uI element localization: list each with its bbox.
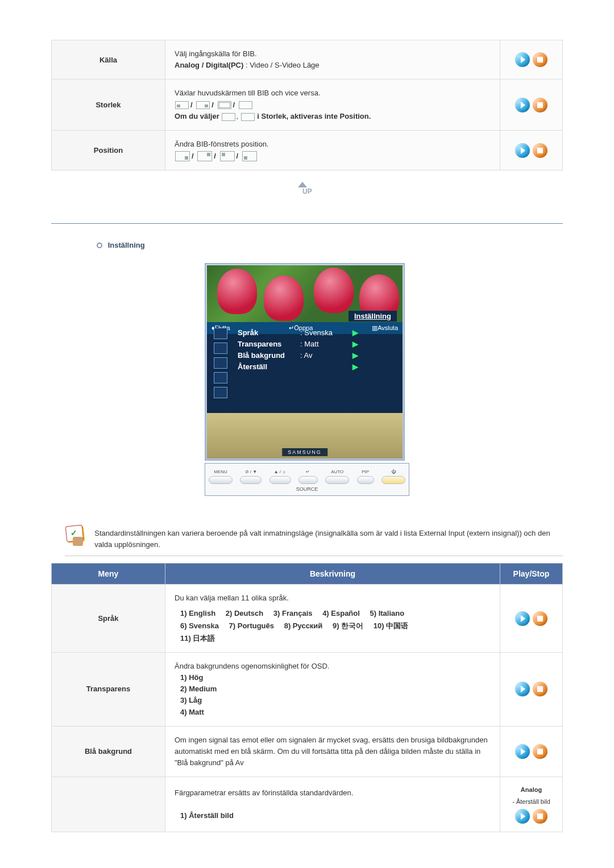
lang-item: 9) 한국어	[333, 620, 363, 632]
osd-row-value: : Av	[300, 351, 352, 360]
lang-list: 1) English 2) Deutsch 3) Français 4) Esp…	[180, 608, 491, 619]
stop-icon[interactable]	[533, 98, 547, 112]
label: ▲ / ☼	[274, 469, 287, 474]
stop-icon[interactable]	[533, 744, 547, 759]
chevron-right-icon: ▶	[352, 328, 358, 337]
play-icon[interactable]	[515, 98, 530, 112]
pip-button-label: PIP	[362, 469, 369, 474]
play-icon[interactable]	[515, 143, 530, 158]
pip-position-desc: Ändra BIB-fönstrets position. / / /	[165, 131, 500, 170]
osd-menu: Inställning Språk: Svenska▶ Transparens:…	[207, 322, 403, 413]
size-option-icon	[222, 113, 235, 121]
table-header-row: Meny Beskrivning Play/Stop	[52, 564, 563, 585]
play-icon[interactable]	[515, 611, 530, 626]
analog-label: Analog	[509, 785, 553, 795]
play-icon[interactable]	[515, 682, 530, 696]
lang-item: 1) English	[180, 608, 215, 619]
table-row: Språk Du kan välja mellan 11 olika språk…	[52, 585, 563, 653]
text-bold: Om du väljer	[175, 112, 221, 120]
osd-row-value: : Matt	[300, 340, 352, 348]
row-bla-desc: Om ingen signal tas emot eller om signal…	[165, 726, 500, 777]
size-option-icon	[218, 101, 231, 109]
position-option-icon	[197, 151, 212, 161]
osd-bezel: SAMSUNG	[207, 413, 403, 458]
stop-icon[interactable]	[533, 682, 547, 696]
lang-item: 6) Svenska	[180, 620, 219, 632]
position-option-icon	[220, 151, 235, 161]
text-bold: Analog / Digital(PC)	[175, 61, 246, 69]
play-stop-cell	[500, 585, 563, 653]
pip-button: PIP	[357, 469, 374, 484]
osd-row: Återställ▶	[238, 361, 397, 372]
play-icon[interactable]	[515, 744, 530, 759]
pip-source-desc: Välj ingångskälla för BIB. Analog / Digi…	[165, 40, 500, 80]
text: : Video / S-Video Läge	[246, 61, 320, 69]
label: ⏻	[391, 469, 396, 474]
option-item: 1) Hög	[180, 672, 491, 683]
mute-down-button: ⊘ / ▼	[240, 469, 262, 484]
text: Välj ingångskälla för BIB.	[175, 49, 257, 58]
position-icon-group: / / /	[175, 151, 258, 162]
note-icon: ✓	[65, 524, 83, 547]
pip-size-desc: Växlar huvudskärmen till BIB och vice ve…	[165, 80, 500, 131]
text: Växlar huvudskärmen till BIB och vice ve…	[175, 89, 321, 97]
chevron-right-icon: ▶	[352, 351, 358, 360]
lang-item: 3) Français	[273, 608, 313, 619]
osd-category-icon	[214, 343, 227, 354]
lang-item: 8) Русский	[284, 620, 323, 632]
lang-item: 7) Português	[229, 620, 274, 632]
note-block: ✓ Standardinställningen kan variera bero…	[65, 524, 563, 556]
play-icon[interactable]	[515, 809, 530, 824]
source-button-label: SOURCE	[209, 486, 405, 492]
option-item: 2) Medium	[180, 683, 491, 695]
lang-item: 10) 中国语	[374, 620, 408, 632]
page: Källa Välj ingångskälla för BIB. Analog …	[0, 0, 614, 855]
option-item: 1) Återställ bild	[180, 811, 234, 820]
pip-source-label: Källa	[52, 40, 165, 80]
lang-item: 4) Español	[322, 608, 360, 619]
play-stop-cell: Analog - Återställ bild	[500, 777, 563, 832]
table-row: Färgparametrar ersätts av förinställda s…	[52, 777, 563, 832]
text-bold: i Storlek, aktiveras inte Position.	[257, 112, 371, 120]
table-row: Källa Välj ingångskälla för BIB. Analog …	[52, 40, 563, 80]
pip-position-label: Position	[52, 131, 165, 170]
stop-icon[interactable]	[533, 143, 547, 158]
size-option-icon	[175, 101, 189, 109]
osd-category-icon	[214, 357, 227, 369]
osd-screen: Inställning Språk: Svenska▶ Transparens:…	[205, 263, 405, 461]
stop-icon[interactable]	[533, 52, 547, 67]
lang-list: 11) 日本語	[180, 633, 491, 644]
play-icon[interactable]	[515, 52, 530, 67]
up-link[interactable]: UP	[51, 182, 563, 201]
stop-icon[interactable]	[533, 809, 547, 824]
table-row: Position Ändra BIB-fönstrets position. /…	[52, 131, 563, 170]
table-row: Blå bakgrund Om ingen signal tas emot el…	[52, 726, 563, 777]
osd-category-icon	[214, 328, 227, 339]
auto-button-label: AUTO	[331, 469, 343, 474]
option-item: 3) Låg	[180, 695, 491, 706]
row-bla-label: Blå bakgrund	[52, 726, 165, 777]
section-title-text: Inställning	[108, 241, 145, 249]
osd-menu-title: Inställning	[349, 311, 397, 322]
row-reset-desc: Färgparametrar ersätts av förinställda s…	[165, 777, 500, 832]
osd-preview: Inställning Språk: Svenska▶ Transparens:…	[205, 263, 409, 496]
osd-row: Transparens: Matt▶	[238, 338, 397, 349]
osd-row-label: Transparens	[238, 340, 300, 348]
note-text: Standardinställningen kan variera beroen…	[94, 524, 563, 550]
text: Färgparametrar ersätts av förinställda s…	[175, 788, 353, 797]
osd-rows: Språk: Svenska▶ Transparens: Matt▶ Blå b…	[238, 327, 397, 372]
text: Du kan välja mellan 11 olika språk.	[175, 594, 289, 602]
header-playstop: Play/Stop	[500, 564, 563, 585]
bullet-icon	[97, 243, 102, 248]
osd-row-label: Återställ	[238, 362, 300, 371]
row-transparens-desc: Ändra bakgrundens ogenomskinlighet för O…	[165, 653, 500, 727]
size-icon-group: / / /	[175, 99, 253, 111]
position-option-icon	[175, 151, 190, 161]
lang-item: 2) Deutsch	[226, 608, 263, 619]
stop-icon[interactable]	[533, 611, 547, 626]
row-sprak-label: Språk	[52, 585, 165, 653]
option-item: 4) Matt	[180, 707, 491, 718]
menu-button: MENU	[209, 469, 233, 484]
section-divider	[51, 223, 563, 224]
header-desc: Beskrivning	[165, 564, 500, 585]
